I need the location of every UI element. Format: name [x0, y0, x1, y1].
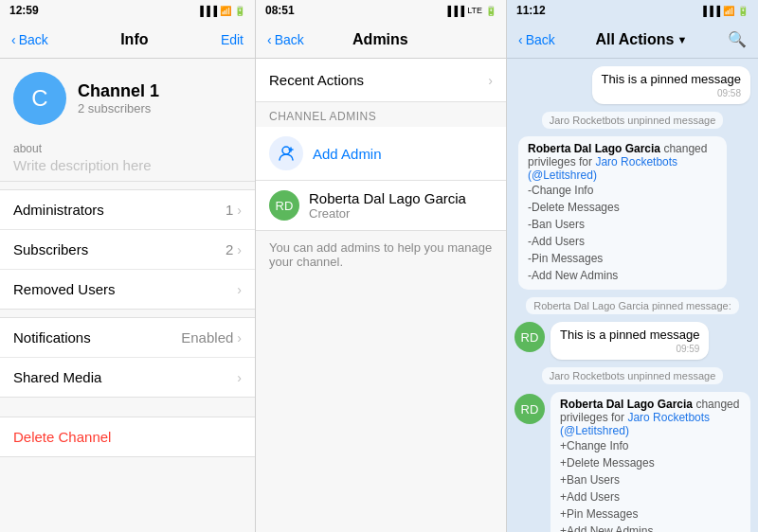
- left-nav-bar: ‹ Back Info Edit: [0, 21, 255, 59]
- delete-channel-button[interactable]: Delete Channel: [0, 417, 255, 456]
- about-value: Write description here: [13, 157, 242, 173]
- signal-icon: ▐▐▐: [197, 6, 217, 16]
- middle-battery-icon: 🔋: [485, 6, 496, 16]
- right-nav-dropdown-icon: ▼: [677, 34, 687, 45]
- subscribers-count: 2: [226, 241, 233, 257]
- left-nav-title: Info: [120, 31, 148, 48]
- administrators-chevron: ›: [237, 203, 242, 218]
- system-pinned: Roberta Dal Lago Garcia pinned message:: [526, 297, 739, 314]
- administrators-item[interactable]: Administrators 1 ›: [0, 190, 255, 230]
- admin-name: Roberta Dal Lago Garcia: [309, 190, 493, 206]
- subscribers-right: 2 ›: [226, 241, 242, 257]
- add-admin-label: Add Admin: [313, 146, 382, 162]
- recent-actions-label: Recent Actions: [269, 72, 364, 88]
- notifications-right: Enabled ›: [181, 329, 242, 346]
- add-admin-row[interactable]: Add Admin: [256, 127, 506, 181]
- add-admin-icon: [269, 136, 303, 170]
- right-signal-icon: ▐▐▐: [700, 6, 720, 16]
- right-nav-title-group[interactable]: All Actions ▼: [595, 31, 687, 48]
- chat-area: This is a pinned message 09:58 Jaro Rock…: [507, 59, 758, 532]
- service-msg-1: Roberta Dal Lago Garcia changed privileg…: [518, 136, 727, 290]
- shared-media-item[interactable]: Shared Media ›: [0, 358, 255, 397]
- search-icon[interactable]: 🔍: [728, 30, 747, 48]
- notifications-item[interactable]: Notifications Enabled ›: [0, 318, 255, 358]
- left-time: 12:59: [9, 4, 39, 17]
- right-battery-icon: 🔋: [737, 6, 749, 16]
- administrators-count: 1: [226, 202, 233, 218]
- battery-icon: 🔋: [234, 6, 245, 16]
- right-nav-bar: ‹ Back All Actions ▼ 🔍: [507, 21, 758, 59]
- left-chevron-icon: ‹: [11, 32, 16, 47]
- middle-time: 08:51: [265, 4, 295, 17]
- middle-nav-title: Admins: [352, 31, 408, 48]
- pinned-message-time: 09:58: [602, 88, 741, 98]
- about-section: about Write description here: [0, 134, 255, 182]
- service-msg-row-2: RD Roberta Dal Lago Garcia changed privi…: [514, 392, 750, 532]
- channel-admins-header: CHANNEL ADMINS: [256, 102, 506, 127]
- right-chevron-icon: ‹: [518, 32, 523, 47]
- profile-section: C Channel 1 2 subscribers: [0, 59, 255, 134]
- service-msg-2: Roberta Dal Lago Garcia changed privileg…: [550, 392, 750, 532]
- left-edit-button[interactable]: Edit: [221, 32, 244, 47]
- system-unpinned-2: Jaro Rocketbots unpinned message: [542, 367, 724, 384]
- msg-time-2: 09:59: [560, 344, 699, 354]
- shared-media-chevron: ›: [237, 370, 242, 385]
- profile-info: Channel 1 2 subscribers: [78, 81, 159, 115]
- notifications-value: Enabled: [181, 329, 233, 346]
- left-back-button[interactable]: ‹ Back: [11, 32, 48, 47]
- svg-point-0: [282, 147, 290, 154]
- middle-status-icons: ▐▐▐ LTE 🔋: [444, 6, 496, 16]
- middle-status-bar: 08:51 ▐▐▐ LTE 🔋: [256, 0, 506, 21]
- delete-section: Delete Channel: [0, 417, 255, 457]
- left-status-bar: 12:59 ▐▐▐ 📶 🔋: [0, 0, 255, 21]
- rd-avatar-1: RD: [514, 322, 545, 352]
- shared-media-label: Shared Media: [13, 369, 101, 385]
- avatar-bubble-row: RD This is a pinned message 09:59: [514, 322, 750, 360]
- subscribers-item[interactable]: Subscribers 2 ›: [0, 230, 255, 270]
- middle-nav-bar: ‹ Back Admins: [256, 21, 506, 59]
- subscribers-chevron: ›: [237, 242, 242, 257]
- recent-actions-item[interactable]: Recent Actions ›: [256, 59, 506, 102]
- admin-note: You can add admins to help you manage yo…: [256, 231, 506, 278]
- system-unpinned-1: Jaro Rocketbots unpinned message: [542, 112, 724, 129]
- right-status-bar: 11:12 ▐▐▐ 📶 🔋: [507, 0, 758, 21]
- right-panel: 11:12 ▐▐▐ 📶 🔋 ‹ Back All Actions ▼ 🔍 Thi…: [507, 0, 758, 532]
- right-time: 11:12: [516, 4, 546, 17]
- rd-avatar-2: RD: [514, 394, 545, 424]
- wifi-icon: 📶: [220, 6, 231, 16]
- left-panel: 12:59 ▐▐▐ 📶 🔋 ‹ Back Info Edit C Channel…: [0, 0, 256, 532]
- right-back-button[interactable]: ‹ Back: [518, 32, 555, 47]
- removed-users-chevron: ›: [237, 282, 242, 297]
- channel-name: Channel 1: [78, 81, 159, 101]
- admin-row[interactable]: RD Roberta Dal Lago Garcia Creator: [256, 181, 506, 231]
- removed-users-right: ›: [237, 282, 242, 297]
- channel-avatar: C: [13, 72, 66, 125]
- shared-media-right: ›: [237, 370, 242, 385]
- about-label: about: [13, 142, 242, 155]
- right-nav-title: All Actions: [595, 31, 674, 48]
- admin-avatar: RD: [269, 190, 299, 221]
- middle-lte-icon: LTE: [467, 6, 482, 15]
- administrators-label: Administrators: [13, 202, 104, 218]
- subscriber-count: 2 subscribers: [78, 101, 159, 115]
- pinned-message-bubble: This is a pinned message 09:58: [592, 66, 750, 104]
- right-wifi-icon: 📶: [723, 6, 734, 16]
- right-status-icons: ▐▐▐ 📶 🔋: [700, 6, 749, 16]
- pinned-message-text: This is a pinned message: [602, 72, 741, 86]
- middle-panel: 08:51 ▐▐▐ LTE 🔋 ‹ Back Admins Recent Act…: [256, 0, 507, 532]
- admin-info: Roberta Dal Lago Garcia Creator: [309, 190, 493, 221]
- middle-back-button[interactable]: ‹ Back: [267, 32, 304, 47]
- left-status-icons: ▐▐▐ 📶 🔋: [197, 6, 245, 16]
- pinned-msg-row: This is a pinned message 09:58: [514, 66, 750, 104]
- removed-users-label: Removed Users: [13, 281, 116, 297]
- notifications-chevron: ›: [237, 330, 242, 346]
- subscribers-label: Subscribers: [13, 241, 88, 257]
- removed-users-item[interactable]: Removed Users ›: [0, 270, 255, 309]
- pinned-message-bubble-2: This is a pinned message 09:59: [550, 322, 709, 360]
- middle-signal-icon: ▐▐▐: [444, 6, 464, 16]
- notifications-label: Notifications: [13, 329, 91, 346]
- admin-role: Creator: [309, 206, 493, 221]
- recent-actions-chevron: ›: [488, 73, 493, 88]
- settings-list: Notifications Enabled › Shared Media ›: [0, 317, 255, 398]
- administrators-right: 1 ›: [226, 202, 242, 218]
